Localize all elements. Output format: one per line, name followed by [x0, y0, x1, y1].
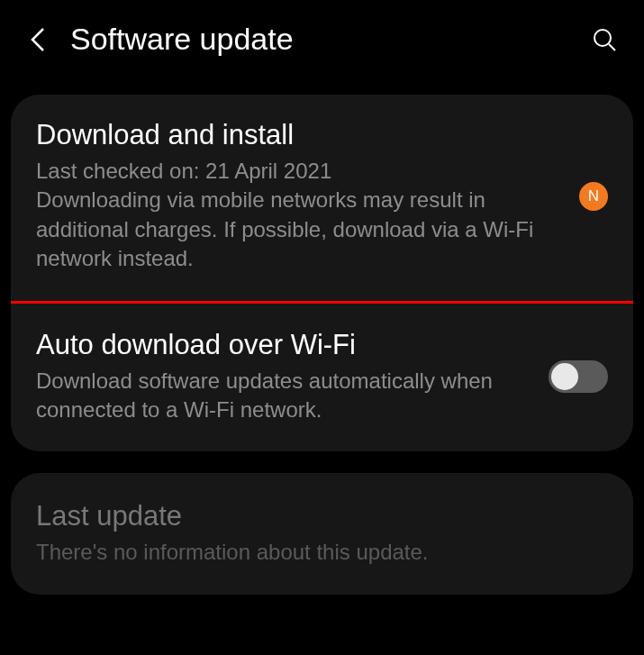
- item-content: Download and install Last checked on: 21…: [36, 119, 561, 274]
- item-content: Last update There's no information about…: [36, 500, 608, 567]
- download-install-item[interactable]: Download and install Last checked on: 21…: [11, 95, 633, 304]
- search-icon[interactable]: [592, 27, 617, 52]
- settings-card-main: Download and install Last checked on: 21…: [11, 95, 633, 451]
- item-title: Auto download over Wi-Fi: [36, 329, 531, 361]
- header: Software update: [0, 0, 644, 84]
- item-description: There's no information about this update…: [36, 538, 608, 567]
- settings-card-secondary: Last update There's no information about…: [11, 473, 633, 594]
- item-content: Auto download over Wi-Fi Download softwa…: [36, 329, 531, 425]
- page-title: Software update: [70, 22, 592, 57]
- item-description: Last checked on: 21 April 2021 Downloadi…: [36, 157, 561, 274]
- auto-download-toggle[interactable]: [549, 360, 608, 393]
- item-title: Last update: [36, 500, 608, 532]
- auto-download-item[interactable]: Auto download over Wi-Fi Download softwa…: [11, 302, 633, 452]
- back-icon[interactable]: [27, 29, 49, 50]
- svg-line-1: [609, 44, 615, 50]
- item-title: Download and install: [36, 119, 561, 151]
- last-update-item[interactable]: Last update There's no information about…: [11, 473, 633, 594]
- item-description: Download software updates automatically …: [36, 367, 531, 425]
- svg-point-0: [594, 30, 611, 46]
- notification-badge: N: [579, 182, 608, 211]
- toggle-knob: [551, 363, 578, 390]
